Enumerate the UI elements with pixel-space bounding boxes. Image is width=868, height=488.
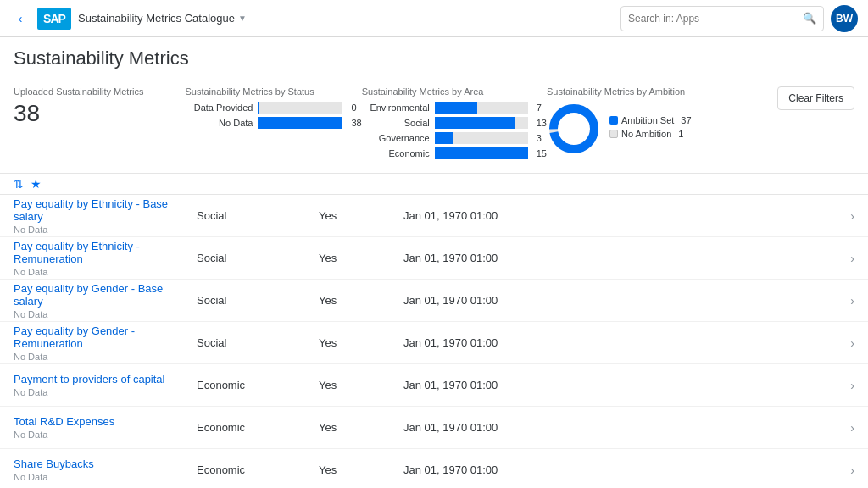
row-main: Pay equality by Ethnicity - Remuneration…: [14, 240, 183, 277]
row-date: Jan 01, 1970 01:00: [403, 336, 850, 349]
row-disclosure: Yes: [319, 463, 403, 476]
row-name[interactable]: Pay equality by Gender - Remuneration: [14, 324, 183, 350]
page-title: Sustainability Metrics: [14, 47, 854, 69]
sap-logo: SAP: [37, 8, 71, 30]
filter-icon[interactable]: ★: [31, 177, 42, 191]
table-row: Pay equality by Gender - Remuneration No…: [0, 322, 868, 364]
area-bar-environmental: Environmental 7: [362, 102, 547, 114]
area-chart-title: Sustainability Metrics by Area: [362, 86, 547, 97]
avatar: BW: [831, 5, 858, 32]
row-main: Total R&D Expenses No Data: [14, 415, 183, 440]
status-bar-no-data: No Data 38: [185, 117, 361, 129]
row-disclosure: Yes: [319, 252, 403, 264]
row-sub: No Data: [14, 225, 183, 235]
row-area: Social: [183, 294, 319, 307]
row-sub: No Data: [14, 309, 183, 319]
row-disclosure: Yes: [319, 379, 403, 391]
row-chevron-icon[interactable]: ›: [850, 294, 854, 308]
row-sub: No Data: [14, 430, 183, 440]
table-row: Pay equality by Ethnicity - Remuneration…: [0, 237, 868, 280]
status-chart-title: Sustainability Metrics by Status: [185, 86, 361, 97]
page-header: Sustainability Metrics Uploaded Sustaina…: [0, 37, 868, 174]
row-area: Economic: [183, 463, 319, 476]
svg-point-2: [562, 117, 586, 141]
table-row: Share Buybacks No Data Economic Yes Jan …: [0, 449, 868, 488]
row-chevron-icon[interactable]: ›: [850, 421, 854, 435]
ambition-legend: Ambition Set 37 No Ambition 1: [609, 115, 692, 142]
row-name[interactable]: Pay equality by Ethnicity - Base salary: [14, 197, 183, 223]
area-bar-governance: Governance 3: [362, 132, 547, 144]
no-ambition-dot: [609, 130, 618, 138]
row-chevron-icon[interactable]: ›: [850, 252, 854, 265]
row-main: Payment to providers of capital No Data: [14, 373, 183, 397]
row-date: Jan 01, 1970 01:00: [403, 294, 850, 307]
row-disclosure: Yes: [319, 294, 403, 307]
search-input[interactable]: [628, 13, 798, 25]
row-sub: No Data: [14, 352, 183, 362]
table-row: Payment to providers of capital No Data …: [0, 364, 868, 407]
row-name[interactable]: Pay equality by Ethnicity - Remuneration: [14, 240, 183, 265]
area-bar-social: Social 13: [362, 117, 547, 129]
row-sub: No Data: [14, 267, 183, 277]
row-date: Jan 01, 1970 01:00: [403, 209, 850, 222]
row-area: Social: [183, 336, 319, 349]
row-name[interactable]: Payment to providers of capital: [14, 373, 183, 385]
row-disclosure: Yes: [319, 336, 403, 349]
row-chevron-icon[interactable]: ›: [850, 209, 854, 223]
uploaded-label: Uploaded Sustainability Metrics: [14, 86, 143, 97]
ambition-chart-title: Sustainability Metrics by Ambition: [547, 86, 733, 97]
sort-ascending-icon[interactable]: ⇅: [14, 177, 24, 191]
row-area: Social: [183, 252, 319, 264]
row-disclosure: Yes: [319, 209, 403, 222]
row-date: Jan 01, 1970 01:00: [403, 252, 850, 264]
status-bar-data-provided: Data Provided 0: [185, 102, 361, 114]
ambition-chart: Sustainability Metrics by Ambition Ambit…: [547, 86, 733, 156]
ambition-set-dot: [609, 116, 618, 125]
metrics-table: Pay equality by Ethnicity - Base salary …: [0, 195, 868, 488]
row-sub: No Data: [14, 387, 183, 397]
topbar: ‹ SAP Sustainability Metrics Catalogue ▼…: [0, 0, 868, 37]
row-sub: No Data: [14, 472, 183, 482]
back-button[interactable]: ‹: [10, 8, 31, 29]
row-area: Economic: [183, 379, 319, 391]
table-row: Total R&D Expenses No Data Economic Yes …: [0, 407, 868, 449]
row-area: Social: [183, 209, 319, 222]
app-title: Sustainability Metrics Catalogue ▼: [78, 12, 614, 25]
metrics-strip: Uploaded Sustainability Metrics 38 Susta…: [14, 80, 854, 173]
row-main: Pay equality by Ethnicity - Base salary …: [14, 197, 183, 235]
row-main: Share Buybacks No Data: [14, 458, 183, 482]
table-row: Pay equality by Gender - Base salary No …: [0, 280, 868, 322]
row-name[interactable]: Total R&D Expenses: [14, 415, 183, 428]
uploaded-card: Uploaded Sustainability Metrics 38: [14, 86, 164, 127]
chevron-down-icon: ▼: [238, 14, 247, 23]
uploaded-value: 38: [14, 100, 143, 127]
search-icon[interactable]: 🔍: [803, 12, 816, 25]
search-bar[interactable]: 🔍: [620, 6, 824, 31]
row-disclosure: Yes: [319, 421, 403, 434]
row-main: Pay equality by Gender - Base salary No …: [14, 282, 183, 319]
area-bar-economic: Economic 15: [362, 147, 547, 159]
row-date: Jan 01, 1970 01:00: [403, 379, 850, 391]
row-chevron-icon[interactable]: ›: [850, 379, 854, 392]
row-name[interactable]: Share Buybacks: [14, 458, 183, 470]
row-name[interactable]: Pay equality by Gender - Base salary: [14, 282, 183, 308]
row-chevron-icon[interactable]: ›: [850, 336, 854, 350]
status-chart: Sustainability Metrics by Status Data Pr…: [185, 86, 361, 132]
row-area: Economic: [183, 421, 319, 434]
sort-row: ⇅ ★: [0, 174, 868, 195]
clear-filters-button[interactable]: Clear Filters: [777, 86, 854, 110]
row-date: Jan 01, 1970 01:00: [403, 463, 850, 476]
row-chevron-icon[interactable]: ›: [850, 463, 854, 477]
row-date: Jan 01, 1970 01:00: [403, 421, 850, 434]
donut-chart: [547, 102, 601, 156]
table-row: Pay equality by Ethnicity - Base salary …: [0, 195, 868, 237]
row-main: Pay equality by Gender - Remuneration No…: [14, 324, 183, 362]
area-chart: Sustainability Metrics by Area Environme…: [362, 86, 547, 163]
